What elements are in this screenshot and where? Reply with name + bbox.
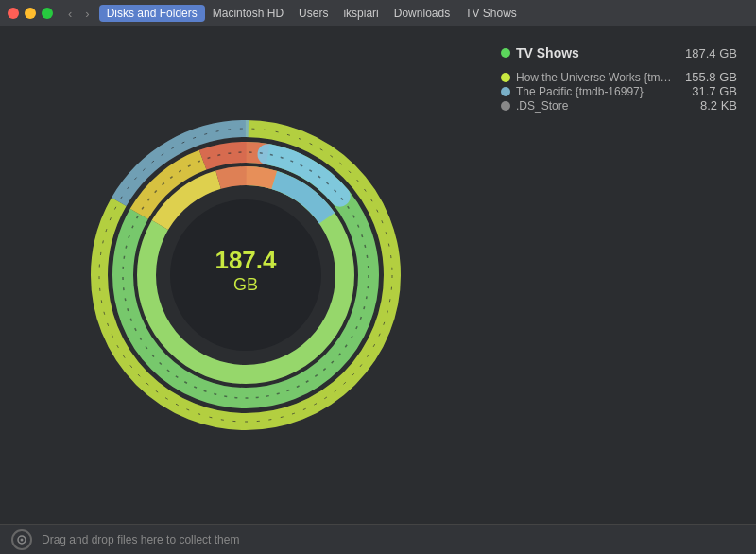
breadcrumb-item-1[interactable]: Macintosh HD <box>205 5 291 22</box>
back-button[interactable]: ‹ <box>64 6 76 22</box>
main-content: 187.4 GB TV Shows 187.4 GB How the Unive… <box>0 26 756 524</box>
minimize-button[interactable] <box>25 8 36 19</box>
chart-center-value: 187.4 <box>215 246 277 274</box>
collect-icon[interactable] <box>11 529 32 550</box>
info-item-0[interactable]: How the Universe Works {tm…155.8 GB <box>501 70 737 84</box>
breadcrumb-item-3[interactable]: ikspiari <box>335 5 386 22</box>
info-item-1[interactable]: The Pacific {tmdb-16997}31.7 GB <box>501 84 737 98</box>
chart-area: 187.4 GB <box>0 26 491 524</box>
svg-point-17 <box>21 538 24 541</box>
folder-name: TV Shows <box>516 45 579 61</box>
breadcrumb-item-2[interactable]: Users <box>291 5 335 22</box>
item-dot-2 <box>501 101 510 111</box>
drag-label: Drag and drop files here to collect them <box>42 533 239 546</box>
folder-dot <box>501 48 510 58</box>
folder-size: 187.4 GB <box>685 46 737 61</box>
item-name-1: The Pacific {tmdb-16997} <box>516 85 644 98</box>
info-item-2[interactable]: .DS_Store8.2 KB <box>501 98 737 113</box>
item-size-2: 8.2 KB <box>700 98 737 113</box>
forward-button[interactable]: › <box>81 6 93 22</box>
breadcrumb-item-4[interactable]: Downloads <box>387 5 457 22</box>
info-items: How the Universe Works {tm…155.8 GBThe P… <box>501 70 737 113</box>
breadcrumb-item-5[interactable]: TV Shows <box>457 5 524 22</box>
item-dot-0 <box>501 73 510 82</box>
breadcrumb-item-0[interactable]: Disks and Folders <box>99 5 205 22</box>
bottombar: Drag and drop files here to collect them <box>0 524 756 554</box>
item-dot-1 <box>501 87 510 96</box>
item-size-0: 155.8 GB <box>685 70 737 84</box>
info-title: TV Shows <box>501 45 579 61</box>
target-icon <box>16 534 27 545</box>
titlebar: ‹ › Disks and FoldersMacintosh HDUsersik… <box>0 0 756 26</box>
item-name-0: How the Universe Works {tm… <box>516 71 672 84</box>
info-panel: TV Shows 187.4 GB How the Universe Works… <box>491 26 756 524</box>
breadcrumb: Disks and FoldersMacintosh HDUsersikspia… <box>99 5 524 22</box>
fullscreen-button[interactable] <box>42 8 53 19</box>
chart-center-unit: GB <box>233 275 258 294</box>
item-name-2: .DS_Store <box>516 99 568 113</box>
close-button[interactable] <box>8 8 19 19</box>
info-header: TV Shows 187.4 GB <box>501 45 737 61</box>
item-size-1: 31.7 GB <box>692 84 737 98</box>
traffic-lights <box>8 8 53 19</box>
donut-chart: 187.4 GB <box>85 114 406 436</box>
